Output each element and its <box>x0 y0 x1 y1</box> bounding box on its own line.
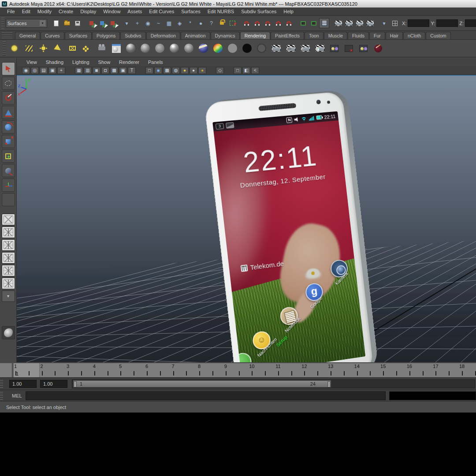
menu-assets[interactable]: Assets <box>124 9 145 14</box>
wireframe-on-shaded-icon[interactable]: ◧ <box>242 67 250 74</box>
menu-create[interactable]: Create <box>55 9 77 14</box>
shading-map-icon[interactable] <box>255 41 268 56</box>
select-tool[interactable] <box>2 62 15 75</box>
mask-curves-icon[interactable]: ~ <box>153 18 164 28</box>
coordinate-icon-icon[interactable] <box>390 18 400 28</box>
persp-outliner-button[interactable] <box>2 239 15 251</box>
lock-icon[interactable] <box>217 18 227 28</box>
range-slider-track[interactable]: 1 24 <box>72 379 475 388</box>
sidebar-dropdown-icon[interactable]: ▾ <box>379 18 389 28</box>
grid-toggle-icon[interactable]: ▦ <box>75 67 83 74</box>
frame-6[interactable]: 6 <box>145 364 148 369</box>
spot-light-icon[interactable] <box>51 41 65 56</box>
time-slider[interactable]: 123456789101112131415161718 1 <box>0 362 476 377</box>
bookmark-icon[interactable]: ▤ <box>40 67 48 74</box>
range-slider-bar[interactable]: 1 24 <box>73 380 331 387</box>
mask-all-icon[interactable]: + <box>132 18 142 28</box>
panel-menu-renderer[interactable]: Renderer <box>115 60 144 65</box>
hypershade-disabled-icon[interactable] <box>342 41 356 56</box>
create-material-icon[interactable] <box>109 41 123 56</box>
range-drag-handle[interactable] <box>0 380 3 388</box>
frame-18[interactable]: 18 <box>459 364 465 369</box>
light-yellow-icon[interactable]: ● <box>181 67 189 74</box>
shelf-tab-polygons[interactable]: Polygons <box>92 32 120 39</box>
last-tool-tool[interactable] <box>2 193 15 206</box>
mel-input[interactable] <box>26 391 386 400</box>
gate-mask-icon[interactable]: ◘ <box>101 67 109 74</box>
save-scene-icon[interactable] <box>72 18 82 28</box>
phone-model[interactable]: 3 N 22:11 <box>204 91 374 362</box>
lambert-icon[interactable] <box>153 41 167 56</box>
frame-16[interactable]: 16 <box>407 364 412 369</box>
mask-deformations-icon[interactable]: ◈ <box>175 18 185 28</box>
hypergraph-icon[interactable] <box>357 41 370 56</box>
shelf-tab-ncloth[interactable]: nCloth <box>403 32 425 39</box>
menu-edit-curves[interactable]: Edit Curves <box>145 9 178 14</box>
blinn-icon[interactable] <box>138 41 152 56</box>
layered-shader-icon[interactable] <box>197 41 210 56</box>
mask-dynamics-icon[interactable]: * <box>185 18 195 28</box>
shelf-tab-curves[interactable]: Curves <box>41 32 64 39</box>
mask-handles-icon[interactable]: ◉ <box>143 18 153 28</box>
frame-1[interactable]: 1 <box>14 364 17 369</box>
frame-9[interactable]: 9 <box>224 364 227 369</box>
menu-help[interactable]: Help <box>280 9 297 14</box>
textured-icon[interactable]: ▩ <box>163 67 171 74</box>
frame-17[interactable]: 17 <box>433 364 438 369</box>
frame-3[interactable]: 3 <box>67 364 69 369</box>
single-pane-button[interactable] <box>2 214 15 225</box>
range-end-handle[interactable] <box>327 381 331 387</box>
point-light-icon[interactable] <box>37 41 50 56</box>
viewport-canvas[interactable]: 3 N 22:11 <box>17 75 476 362</box>
snap-grids-icon[interactable] <box>242 18 252 28</box>
output-connections-icon[interactable] <box>309 18 319 28</box>
frame-4[interactable]: 4 <box>93 364 96 369</box>
hypershade-icon[interactable] <box>327 41 341 56</box>
phong-icon[interactable] <box>167 41 181 56</box>
safe-action-icon[interactable]: ▣ <box>119 67 127 74</box>
panel-menu-show[interactable]: Show <box>94 60 115 65</box>
lasso-select-tool[interactable] <box>2 77 15 90</box>
use-all-lights-icon[interactable]: ◍ <box>172 67 180 74</box>
paint-select-tool[interactable] <box>2 91 15 104</box>
snap-curves-icon[interactable] <box>252 18 262 28</box>
image-plane-icon[interactable]: ▣ <box>48 67 56 74</box>
mask-dropdown-icon[interactable]: ▾ <box>122 18 132 28</box>
x-input[interactable] <box>408 19 429 27</box>
2d-pan-zoom-icon[interactable]: + <box>57 67 65 74</box>
shelf-tab-painteffects[interactable]: PaintEffects <box>271 32 304 39</box>
panel-menu-panels[interactable]: Panels <box>144 60 167 65</box>
frame-15[interactable]: 15 <box>380 364 386 369</box>
light-gold-icon[interactable]: ● <box>198 67 206 74</box>
open-scene-icon[interactable] <box>62 18 72 28</box>
render-sequence-icon[interactable] <box>354 18 364 28</box>
film-gate-icon[interactable]: ▥ <box>84 67 92 74</box>
current-time-marker[interactable] <box>12 363 14 377</box>
frame-8[interactable]: 8 <box>198 364 201 369</box>
drag-handle[interactable] <box>1 18 4 29</box>
construction-history-icon[interactable] <box>319 18 329 28</box>
area-light-icon[interactable] <box>66 41 79 56</box>
shelf-tab-toon[interactable]: Toon <box>305 32 324 39</box>
shelf-tab-fur[interactable]: Fur <box>369 32 385 39</box>
new-scene-icon[interactable] <box>51 18 61 28</box>
playback-start-field[interactable]: 1.00 <box>9 380 37 388</box>
ipr-render-frame-icon[interactable] <box>344 18 354 28</box>
frame-12[interactable]: 12 <box>301 364 307 369</box>
menu-display[interactable]: Display <box>77 9 100 14</box>
share-view-icon[interactable]: < <box>251 67 259 74</box>
panel-menu-shading[interactable]: Shading <box>41 60 68 65</box>
bottom-tool-button[interactable] <box>2 326 15 339</box>
render-settings-icon[interactable] <box>313 41 327 56</box>
scale-tool[interactable] <box>2 135 15 148</box>
default-material-icon[interactable]: □ <box>234 67 242 74</box>
highlight-selection-icon[interactable] <box>227 18 238 28</box>
select-component-icon[interactable] <box>108 18 118 28</box>
frame-10[interactable]: 10 <box>249 364 254 369</box>
menu-edit[interactable]: Edit <box>19 9 34 14</box>
wireframe-icon[interactable]: □ <box>145 67 153 74</box>
smooth-shade-icon[interactable]: ■ <box>154 67 162 74</box>
rotate-tool[interactable] <box>2 120 15 134</box>
frame-5[interactable]: 5 <box>119 364 122 369</box>
field-chart-icon[interactable]: ▩ <box>110 67 118 74</box>
